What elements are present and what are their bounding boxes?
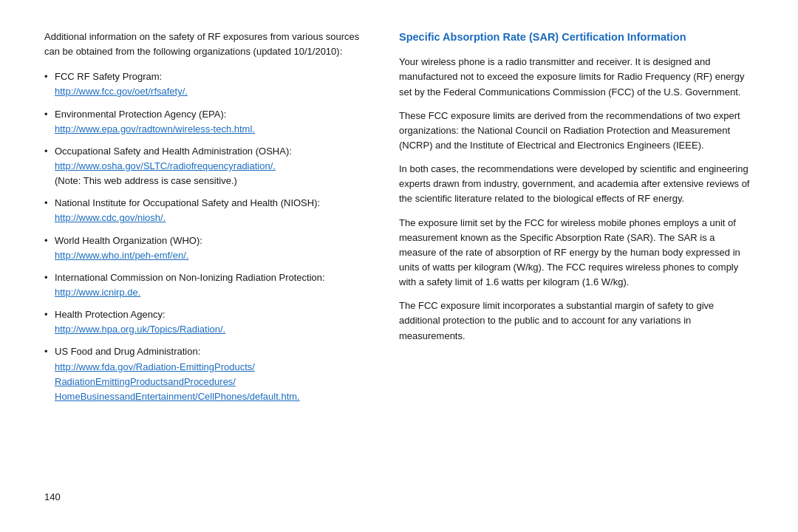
right-para-4: The exposure limit set by the FCC for wi… (399, 216, 754, 290)
bullet-label: International Commission on Non-Ionizing… (55, 272, 325, 283)
list-item: Environmental Protection Agency (EPA): h… (44, 107, 369, 137)
page-number: 140 (44, 491, 61, 502)
section-title: Specific Absorption Rate (SAR) Certifica… (399, 30, 754, 44)
osha-link[interactable]: http://www.osha.gov/SLTC/radiofrequencyr… (55, 159, 369, 174)
bullet-label: Environmental Protection Agency (EPA): (55, 109, 226, 120)
fda-link-1[interactable]: http://www.fda.gov/Radiation-EmittingPro… (55, 360, 369, 375)
list-item: National Institute for Occupational Safe… (44, 196, 369, 225)
content-columns: Additional information on the safety of … (44, 30, 754, 478)
who-link[interactable]: http://www.who.int/peh-emf/en/. (55, 248, 369, 263)
list-item: FCC RF Safety Program: http://www.fcc.go… (44, 69, 369, 99)
list-item: International Commission on Non-Ionizing… (44, 270, 369, 300)
page-footer: 140 (44, 485, 754, 502)
epa-link[interactable]: http://www.epa.gov/radtown/wireless-tech… (55, 122, 369, 137)
hpa-link[interactable]: http://www.hpa.org.uk/Topics/Radiation/. (55, 322, 369, 337)
bullet-label: Health Protection Agency: (55, 309, 166, 320)
bullet-list: FCC RF Safety Program: http://www.fcc.go… (44, 69, 369, 404)
right-column: Specific Absorption Rate (SAR) Certifica… (399, 30, 754, 478)
page-container: Additional information on the safety of … (0, 0, 798, 532)
fcc-link[interactable]: http://www.fcc.gov/oet/rfsafety/. (55, 84, 369, 99)
list-item: Health Protection Agency: http://www.hpa… (44, 307, 369, 337)
bullet-label: Occupational Safety and Health Administr… (55, 146, 292, 157)
list-item: World Health Organization (WHO): http://… (44, 233, 369, 263)
niosh-link[interactable]: http://www.cdc.gov/niosh/. (55, 211, 369, 225)
bullet-note: (Note: This web address is case sensitiv… (55, 174, 369, 188)
fda-link-2[interactable]: RadiationEmittingProductsandProcedures/ (55, 375, 369, 389)
bullet-label: FCC RF Safety Program: (55, 71, 162, 82)
fda-link-3[interactable]: HomeBusinessandEntertainment/CellPhones/… (55, 389, 369, 404)
bullet-label: World Health Organization (WHO): (55, 235, 202, 246)
left-column: Additional information on the safety of … (44, 30, 369, 478)
right-para-1: Your wireless phone is a radio transmitt… (399, 55, 754, 99)
list-item: US Food and Drug Administration: http://… (44, 344, 369, 404)
right-para-5: The FCC exposure limit incorporates a su… (399, 299, 754, 343)
intro-text: Additional information on the safety of … (44, 30, 369, 59)
bullet-label: National Institute for Occupational Safe… (55, 197, 320, 208)
right-para-3: In both cases, the recommendations were … (399, 162, 754, 206)
right-para-2: These FCC exposure limits are derived fr… (399, 109, 754, 153)
bullet-label: US Food and Drug Administration: (55, 346, 200, 357)
icnirp-link[interactable]: http://www.icnirp.de. (55, 285, 369, 300)
list-item: Occupational Safety and Health Administr… (44, 144, 369, 188)
